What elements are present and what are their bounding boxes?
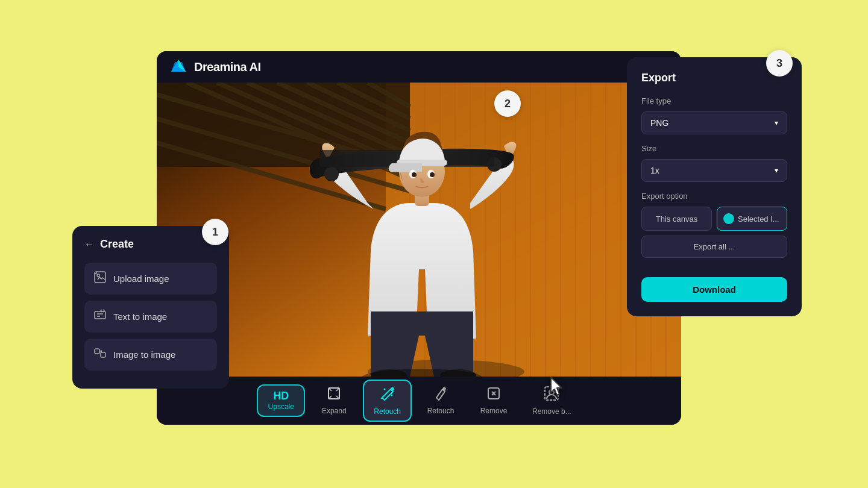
app-window: Dreamina AI — [157, 51, 681, 425]
sidebar-item-image-to-image[interactable]: Image to image — [84, 339, 217, 371]
export-all-button[interactable]: Export all ... — [641, 236, 787, 258]
retouch-button[interactable]: Retouch — [363, 380, 412, 422]
size-value: 1x — [650, 166, 659, 175]
sidebar-header: ← Create — [84, 238, 217, 251]
download-label: Download — [693, 284, 736, 295]
export-option-group: This canvas Selected I... Export all ... — [641, 207, 787, 267]
file-type-label: File type — [641, 96, 787, 105]
svg-point-52 — [443, 387, 445, 390]
upload-image-label: Upload image — [113, 274, 169, 284]
remove-label: Remove — [480, 407, 508, 415]
svg-point-57 — [97, 274, 99, 277]
sidebar-item-upload-image[interactable]: Upload image — [84, 263, 217, 295]
svg-rect-58 — [95, 311, 105, 319]
chevron-down-icon-2: ▾ — [775, 166, 778, 175]
retouch2-label: Retouch — [427, 407, 454, 415]
logo-area: Dreamina AI — [169, 57, 260, 77]
retouch2-icon — [433, 386, 448, 404]
hd-upscale-button[interactable]: HD Upscale — [257, 384, 305, 417]
size-select[interactable]: 1x ▾ — [641, 159, 787, 182]
bottom-toolbar: HD Upscale Expand — [157, 377, 681, 425]
retouch-label: Retouch — [374, 407, 401, 416]
file-type-value: PNG — [650, 118, 668, 128]
create-panel: ← Create Upload image — [72, 226, 229, 389]
chevron-down-icon: ▾ — [775, 119, 778, 127]
selected-button[interactable]: Selected I... — [717, 207, 787, 231]
expand-label: Expand — [322, 407, 347, 415]
dreamina-logo-icon — [169, 57, 188, 77]
export-option-row-1: This canvas Selected I... — [641, 207, 787, 231]
retouch2-button[interactable]: Retouch — [417, 381, 465, 420]
logo-text: Dreamina AI — [194, 60, 260, 74]
image-to-image-icon — [94, 347, 106, 362]
export-panel: Export File type PNG ▾ Size 1x ▾ Export … — [627, 57, 802, 316]
step-badge-1: 1 — [202, 219, 228, 245]
back-icon[interactable]: ← — [84, 239, 94, 250]
upload-image-icon — [94, 271, 106, 286]
skateboarder-illustration — [157, 83, 681, 377]
size-label: Size — [641, 144, 787, 153]
expand-button[interactable]: Expand — [310, 381, 358, 420]
export-option-label: Export option — [641, 192, 787, 201]
export-title: Export — [641, 72, 787, 84]
svg-point-43 — [412, 172, 417, 177]
step-badge-2: 2 — [494, 90, 521, 117]
text-to-image-label: Text to image — [113, 311, 167, 322]
step-badge-3: 3 — [766, 50, 793, 77]
canvas-area — [157, 83, 681, 377]
retouch-icon — [380, 386, 395, 405]
svg-point-35 — [324, 167, 339, 181]
svg-point-44 — [430, 172, 435, 177]
cursor-pointer — [549, 376, 567, 402]
remove-button[interactable]: Remove — [470, 381, 518, 420]
svg-rect-59 — [95, 349, 99, 354]
sidebar-title: Create — [100, 238, 134, 251]
expand-icon — [327, 386, 341, 404]
svg-point-51 — [391, 395, 392, 396]
svg-point-50 — [383, 389, 385, 390]
upscale-label: Upscale — [268, 402, 294, 411]
image-to-image-label: Image to image — [113, 349, 175, 360]
remove-icon — [486, 386, 501, 404]
app-header: Dreamina AI — [157, 51, 681, 83]
this-canvas-button[interactable]: This canvas — [641, 207, 712, 231]
svg-rect-60 — [101, 352, 105, 357]
sidebar-item-text-to-image[interactable]: Text to image — [84, 301, 217, 333]
file-type-select[interactable]: PNG ▾ — [641, 111, 787, 134]
text-image-icon — [94, 309, 106, 324]
hd-label: HD — [273, 390, 289, 401]
download-button[interactable]: Download — [641, 277, 787, 302]
remove-bg-label: Remove b... — [532, 407, 571, 416]
svg-point-49 — [391, 387, 394, 390]
